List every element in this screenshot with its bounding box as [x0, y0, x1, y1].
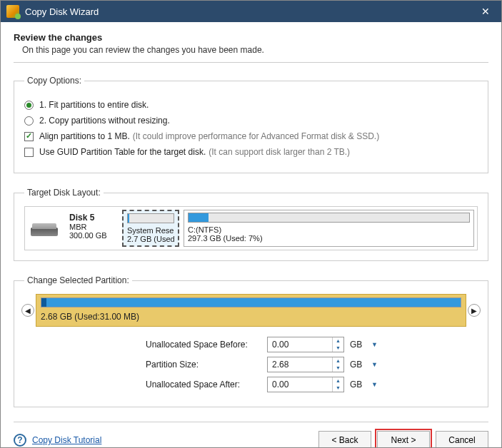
footer: ? Copy Disk Tutorial < Back Next > Cance…: [14, 422, 488, 448]
align-hint: (It could improve performance for Advanc…: [133, 131, 379, 141]
divider: [14, 62, 488, 63]
unalloc-after-label: Unallocated Space After:: [146, 380, 267, 390]
radio-icon: [24, 116, 34, 126]
checkbox-icon: [24, 132, 34, 141]
target-disk-layout-group: Target Disk Layout: Disk 5 MBR 300.00 GB…: [14, 188, 488, 261]
tutorial-link[interactable]: Copy Disk Tutorial: [32, 435, 101, 445]
disk-size: 300.00 GB: [69, 231, 116, 240]
unalloc-after-input[interactable]: 0.00 ▲▼: [267, 377, 344, 392]
close-icon[interactable]: ✕: [476, 4, 496, 19]
selected-partition-summary: 2.68 GB (Used:31.00 MB): [41, 312, 461, 322]
partition-system-reserved[interactable]: System Reserved 2.7 GB (Used: 1%): [122, 210, 179, 247]
unit-label: GB: [350, 380, 366, 390]
radio-icon: [24, 101, 34, 110]
target-layout-legend: Target Disk Layout:: [24, 188, 104, 198]
help-icon[interactable]: ?: [14, 434, 26, 447]
partition-info: 2.7 GB (Used: 1%): [127, 235, 174, 243]
option-fit-partitions[interactable]: 1. Fit partitions to entire disk.: [24, 100, 478, 110]
spin-up-icon[interactable]: ▲: [333, 357, 343, 365]
titlebar: Copy Disk Wizard ✕: [1, 1, 501, 22]
back-button[interactable]: < Back: [318, 431, 371, 448]
spin-up-icon[interactable]: ▲: [333, 337, 343, 345]
window-title: Copy Disk Wizard: [25, 6, 476, 17]
unalloc-before-label: Unallocated Space Before:: [146, 340, 267, 350]
change-partition-legend: Change Selected Partition:: [24, 275, 132, 285]
copy-options-group: Copy Options: 1. Fit partitions to entir…: [14, 76, 488, 173]
unalloc-before-value: 0.00: [268, 340, 332, 350]
guid-label: Use GUID Partition Table for the target …: [39, 147, 206, 157]
spin-down-icon[interactable]: ▼: [333, 345, 343, 352]
unit-label: GB: [350, 360, 366, 370]
guid-hint: (It can support disk larger than 2 TB.): [209, 147, 350, 157]
disk-scheme: MBR: [69, 223, 116, 231]
partition-c[interactable]: C:(NTFS) 297.3 GB (Used: 7%): [184, 210, 474, 247]
app-icon: [6, 5, 19, 18]
partition-size-value: 2.68: [268, 360, 332, 370]
option-noresize-label: 2. Copy partitions without resizing.: [39, 116, 170, 126]
option-guid-table[interactable]: Use GUID Partition Table for the target …: [24, 147, 478, 157]
spin-up-icon[interactable]: ▲: [333, 377, 343, 385]
unit-dropdown[interactable]: ▼: [371, 381, 378, 388]
checkbox-icon: [24, 148, 34, 157]
partition-size-input[interactable]: 2.68 ▲▼: [267, 357, 344, 372]
unalloc-after-value: 0.00: [268, 380, 332, 390]
copy-options-legend: Copy Options:: [24, 76, 84, 86]
unit-dropdown[interactable]: ▼: [371, 341, 378, 348]
spin-down-icon[interactable]: ▼: [333, 385, 343, 392]
partition-bar[interactable]: [41, 297, 461, 307]
partition-name: C:(NTFS): [188, 225, 470, 234]
unalloc-before-input[interactable]: 0.00 ▲▼: [267, 337, 344, 352]
option-fit-label: 1. Fit partitions to entire disk.: [39, 100, 149, 110]
option-copy-without-resize[interactable]: 2. Copy partitions without resizing.: [24, 116, 478, 126]
spin-down-icon[interactable]: ▼: [333, 365, 343, 372]
disk-meta: Disk 5 MBR 300.00 GB: [68, 210, 118, 247]
cancel-button[interactable]: Cancel: [436, 431, 488, 448]
page-heading: Review the changes: [14, 32, 488, 43]
unit-dropdown[interactable]: ▼: [371, 361, 378, 368]
page-subheading: On this page you can review the changes …: [22, 45, 488, 55]
unit-label: GB: [350, 340, 366, 350]
align-label: Align partitions to 1 MB.: [39, 131, 130, 141]
change-partition-group: Change Selected Partition: ◀ 2.68 GB (Us…: [14, 275, 488, 407]
disk-name: Disk 5: [69, 213, 116, 223]
partition-name: System Reserved: [127, 226, 174, 235]
selected-partition[interactable]: 2.68 GB (Used:31.00 MB): [36, 294, 466, 327]
prev-partition-button[interactable]: ◀: [21, 304, 34, 317]
option-align-partitions[interactable]: Align partitions to 1 MB. (It could impr…: [24, 131, 478, 141]
next-button[interactable]: Next >: [377, 431, 430, 448]
disk-row: Disk 5 MBR 300.00 GB System Reserved 2.7…: [24, 206, 478, 250]
next-partition-button[interactable]: ▶: [468, 304, 481, 317]
disk-icon: [31, 213, 61, 243]
partition-info: 297.3 GB (Used: 7%): [188, 234, 470, 243]
partition-size-label: Partition Size:: [146, 360, 267, 370]
